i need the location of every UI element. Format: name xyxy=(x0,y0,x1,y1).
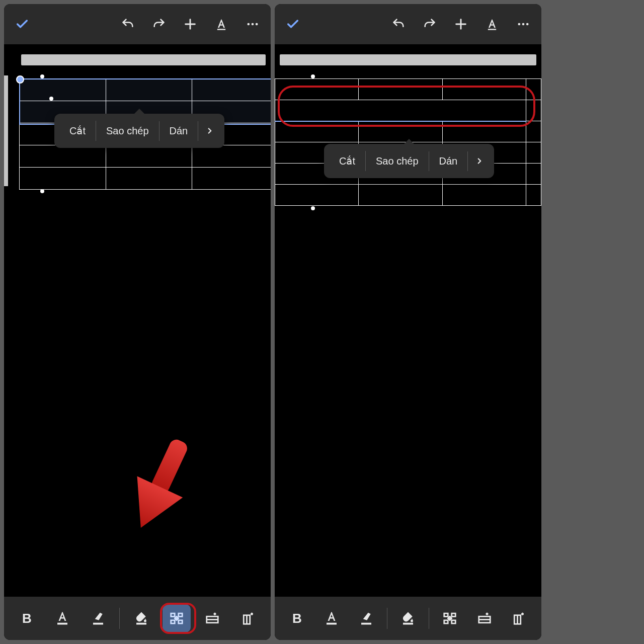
svg-point-22 xyxy=(518,23,521,26)
cursor-dot-icon xyxy=(40,74,44,78)
highlight-button[interactable] xyxy=(84,604,112,632)
table-row xyxy=(275,79,541,100)
table-row xyxy=(20,168,271,190)
text-format-icon[interactable] xyxy=(482,14,502,34)
context-paste[interactable]: Dán xyxy=(159,121,199,141)
more-icon[interactable] xyxy=(513,14,533,34)
add-icon[interactable] xyxy=(180,14,200,34)
context-cut[interactable]: Cắt xyxy=(329,151,366,171)
svg-rect-25 xyxy=(327,623,337,625)
selection-handle-icon[interactable] xyxy=(16,75,24,84)
insert-row-button[interactable] xyxy=(198,604,226,632)
insert-column-button[interactable] xyxy=(505,604,533,632)
fill-color-button[interactable] xyxy=(394,604,422,632)
svg-rect-6 xyxy=(57,623,67,625)
more-icon[interactable] xyxy=(243,14,263,34)
undo-icon[interactable] xyxy=(388,14,409,34)
table-row xyxy=(275,185,541,206)
context-more-chevron-icon[interactable] xyxy=(468,156,489,166)
text-color-button[interactable] xyxy=(317,604,346,632)
svg-point-4 xyxy=(252,23,254,26)
svg-rect-7 xyxy=(93,623,103,625)
insert-row-button[interactable] xyxy=(470,604,499,632)
top-toolbar xyxy=(275,4,541,44)
cursor-dot-icon xyxy=(40,189,44,193)
redo-icon[interactable] xyxy=(149,14,169,34)
svg-point-5 xyxy=(256,23,258,26)
add-icon[interactable] xyxy=(451,14,471,34)
text-color-button[interactable] xyxy=(48,604,76,632)
bottom-toolbar: B xyxy=(4,597,271,640)
vertical-ruler xyxy=(4,75,8,186)
separator xyxy=(119,608,120,629)
cursor-dot-icon xyxy=(49,97,53,101)
insert-column-button[interactable] xyxy=(234,604,262,632)
svg-point-24 xyxy=(526,23,529,26)
svg-rect-26 xyxy=(361,623,371,625)
text-format-icon[interactable] xyxy=(211,14,231,34)
cursor-dot-icon xyxy=(311,74,315,78)
svg-rect-2 xyxy=(217,29,225,30)
merged-table-row xyxy=(275,100,541,121)
separator xyxy=(429,608,429,629)
horizontal-ruler xyxy=(21,54,266,65)
context-menu: Cắt Sao chép Dán xyxy=(54,114,224,148)
merge-cells-button[interactable] xyxy=(163,604,191,632)
context-cut[interactable]: Cắt xyxy=(59,121,96,141)
context-more-chevron-icon[interactable] xyxy=(198,126,219,135)
table-row xyxy=(20,145,271,168)
fill-color-button[interactable] xyxy=(127,604,155,632)
bold-button[interactable]: B xyxy=(13,604,41,632)
undo-icon[interactable] xyxy=(118,14,138,34)
context-menu: Cắt Sao chép Dán xyxy=(324,144,494,178)
svg-rect-21 xyxy=(488,29,496,30)
document-area[interactable]: Cắt Sao chép Dán xyxy=(4,54,271,607)
highlight-button[interactable] xyxy=(352,604,380,632)
bottom-toolbar: B xyxy=(275,597,541,640)
screen-left: Cắt Sao chép Dán B xyxy=(4,4,271,640)
context-copy[interactable]: Sao chép xyxy=(96,121,159,141)
svg-rect-8 xyxy=(136,623,146,625)
top-toolbar xyxy=(4,4,271,44)
screen-right: Cắt Sao chép Dán B xyxy=(275,4,541,640)
done-check-icon[interactable] xyxy=(12,14,32,34)
bold-button[interactable]: B xyxy=(283,604,311,632)
merge-cells-button[interactable] xyxy=(436,604,464,632)
redo-icon[interactable] xyxy=(420,14,440,34)
svg-rect-27 xyxy=(403,623,413,625)
cursor-dot-icon xyxy=(311,206,315,210)
done-check-icon[interactable] xyxy=(283,14,303,34)
horizontal-ruler xyxy=(280,54,536,65)
svg-point-23 xyxy=(522,23,525,26)
context-paste[interactable]: Dán xyxy=(429,151,468,171)
separator xyxy=(387,608,387,629)
document-area[interactable]: Cắt Sao chép Dán xyxy=(275,54,541,607)
svg-point-3 xyxy=(248,23,250,26)
context-copy[interactable]: Sao chép xyxy=(366,151,429,171)
